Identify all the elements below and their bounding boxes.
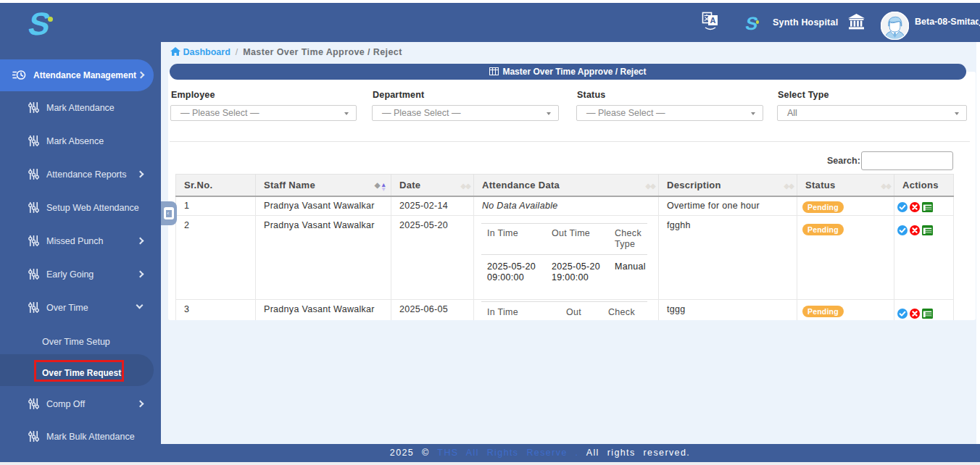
svg-text:A: A bbox=[710, 16, 716, 25]
